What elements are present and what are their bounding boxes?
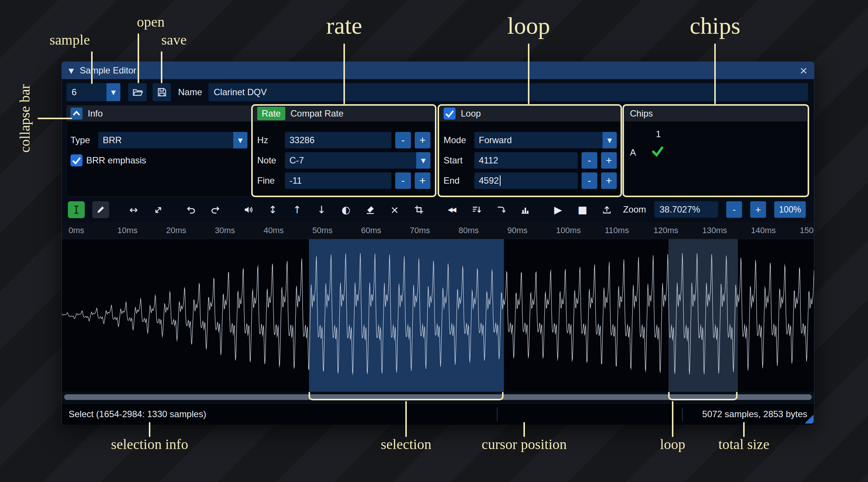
trim-button[interactable] xyxy=(411,201,427,218)
chips-panel-header: Chips xyxy=(625,106,807,121)
chevron-down-icon[interactable]: ▼ xyxy=(233,132,247,148)
name-input[interactable]: Clarinet DQV xyxy=(208,83,808,101)
corner-down-arrow-icon xyxy=(496,205,506,215)
close-icon[interactable]: × xyxy=(800,64,807,77)
window-collapse-icon[interactable]: ▼ xyxy=(69,67,74,75)
annotation-collapse-bar-label: collapse bar xyxy=(16,84,33,153)
delete-button[interactable]: × xyxy=(386,201,403,218)
chevron-down-icon[interactable]: ▼ xyxy=(603,132,617,148)
ruler-label: 110ms xyxy=(605,226,629,235)
downsample-button[interactable] xyxy=(468,201,485,218)
export-button[interactable] xyxy=(598,201,615,218)
hz-input[interactable]: 33286 xyxy=(285,132,391,148)
rewind-button[interactable]: ◀◀ xyxy=(444,201,460,218)
ruler-label: 20ms xyxy=(166,226,186,235)
note-select[interactable]: C-7 ▼ xyxy=(285,152,430,169)
fade-out-button[interactable]: ↓ xyxy=(313,201,330,218)
ruler-label: 140ms xyxy=(751,226,776,235)
zoom-out-button[interactable]: - xyxy=(726,201,742,218)
hz-increment-button[interactable]: + xyxy=(415,132,430,148)
rate-panel-title: Compat Rate xyxy=(291,108,343,119)
type-label: Type xyxy=(70,135,94,145)
brr-emphasis-checkbox[interactable] xyxy=(70,154,82,166)
ruler-label: 80ms xyxy=(459,226,479,235)
play-button[interactable]: ▶ xyxy=(550,201,567,218)
sample-controls-row: 6 ▼ Name Clarinet DQV xyxy=(62,79,814,105)
floppy-save-icon xyxy=(156,87,168,98)
save-button[interactable] xyxy=(153,83,171,101)
waveform-scrollbar[interactable] xyxy=(63,394,813,401)
amplify-button[interactable]: ↕ xyxy=(264,201,281,218)
hz-decrement-button[interactable]: - xyxy=(395,132,411,148)
type-select[interactable]: BRR ▼ xyxy=(98,132,247,148)
volume-button[interactable] xyxy=(240,201,257,218)
resize-button[interactable]: ↔ xyxy=(125,201,142,218)
loop-start-input[interactable]: 4112 xyxy=(474,152,578,169)
stretch-button[interactable]: ↔ xyxy=(150,201,166,218)
loop-start-decrement-button[interactable]: - xyxy=(582,152,597,169)
bar-chart-icon xyxy=(520,205,530,215)
fine-input[interactable]: -11 xyxy=(285,172,391,189)
eraser-button[interactable] xyxy=(362,201,379,218)
chevron-down-icon[interactable]: ▼ xyxy=(106,83,120,101)
zoom-in-button[interactable]: + xyxy=(750,201,766,218)
ruler-label: 30ms xyxy=(215,226,235,235)
annotation-save-label: save xyxy=(161,31,187,48)
status-divider xyxy=(497,407,498,421)
loop-end-input[interactable]: 4592 xyxy=(474,172,578,189)
loop-start-increment-button[interactable]: + xyxy=(601,152,617,169)
collapse-panel-button[interactable] xyxy=(70,108,82,120)
chips-row: A xyxy=(630,145,802,160)
zoom-label: Zoom xyxy=(623,204,646,215)
invert-button[interactable]: ◐ xyxy=(337,201,354,218)
panels-row: Info Type BRR ▼ BRR emphasis xyxy=(62,105,814,197)
fine-increment-button[interactable]: + xyxy=(415,172,430,189)
chips-row-label: A xyxy=(630,147,651,158)
redo-icon xyxy=(210,205,220,215)
rate-mode-button[interactable]: Rate xyxy=(257,107,285,120)
rate-panel-body: Hz 33286 - + Note C-7 ▼ Fine -11 - + xyxy=(253,121,434,196)
fade-in-button[interactable]: ↑ xyxy=(289,201,306,218)
open-button[interactable] xyxy=(128,83,147,101)
loop-mode-select[interactable]: Forward ▼ xyxy=(474,132,617,148)
draw-button[interactable] xyxy=(92,201,109,218)
loop-end-value: 4592 xyxy=(479,175,499,186)
chip-enable-checkbox[interactable] xyxy=(651,145,664,160)
annotation-selection-info-label: selection info xyxy=(111,436,188,452)
redo-button[interactable] xyxy=(207,201,224,218)
zoom-input[interactable]: 38.7027% xyxy=(654,201,718,218)
edit-cursor-button[interactable] xyxy=(68,201,85,218)
sample-select[interactable]: 6 ▼ xyxy=(66,83,120,101)
info-panel: Info Type BRR ▼ BRR emphasis xyxy=(66,105,252,197)
rewind-icon: ◀◀ xyxy=(448,206,455,213)
text-caret xyxy=(500,175,501,186)
resize-grip-icon[interactable] xyxy=(805,415,814,424)
stop-button[interactable]: ■ xyxy=(574,201,591,218)
ruler-label: 0ms xyxy=(69,226,84,235)
undo-icon xyxy=(186,205,196,215)
half-circle-icon: ◐ xyxy=(342,204,351,216)
zoom-reset-button[interactable]: 100% xyxy=(774,201,806,218)
window-title: Sample Editor xyxy=(80,65,136,76)
ruler-label: 70ms xyxy=(410,226,430,235)
status-bar: Select (1654-2984: 1330 samples) 5072 sa… xyxy=(62,403,814,425)
undo-button[interactable] xyxy=(183,201,199,218)
chips-panel-title: Chips xyxy=(628,108,653,119)
loop-end-decrement-button[interactable]: - xyxy=(582,172,597,189)
time-ruler[interactable]: 0ms10ms20ms30ms40ms50ms60ms70ms80ms90ms1… xyxy=(62,222,814,239)
waveform-canvas[interactable] xyxy=(62,239,814,392)
wavetable-button[interactable] xyxy=(517,201,534,218)
annotation-selection-label: selection xyxy=(381,436,431,452)
loop-panel-header: Loop xyxy=(440,106,621,121)
scrollbar-handle[interactable] xyxy=(64,394,812,400)
chevron-down-icon[interactable]: ▼ xyxy=(416,152,430,169)
fine-decrement-button[interactable]: - xyxy=(395,172,411,189)
loop-end-increment-button[interactable]: + xyxy=(601,172,617,189)
loop-enable-checkbox[interactable] xyxy=(444,108,456,120)
upload-icon xyxy=(602,205,612,215)
brr-emphasis-label: BRR emphasis xyxy=(86,155,146,166)
loop-mode-value: Forward xyxy=(474,132,603,148)
resize-h-icon: ↔ xyxy=(129,204,138,216)
ruler-label: 60ms xyxy=(361,226,381,235)
insert-silence-button[interactable] xyxy=(492,201,509,218)
